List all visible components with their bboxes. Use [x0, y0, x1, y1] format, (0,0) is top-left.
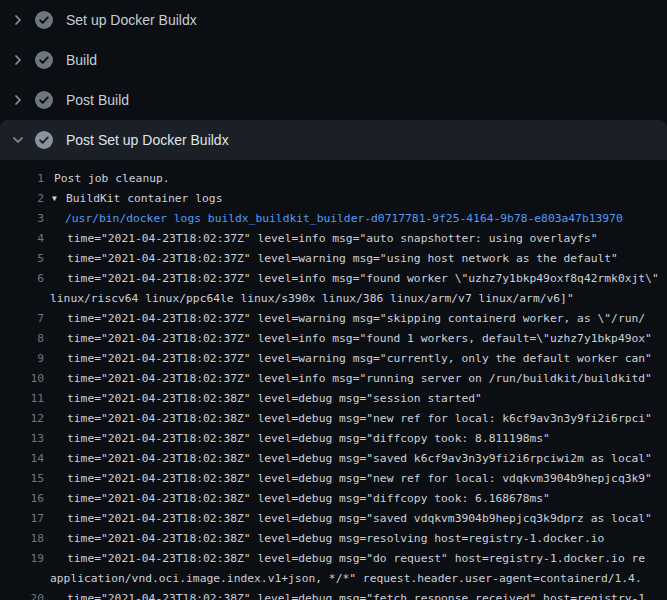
check-icon — [35, 131, 53, 149]
chevron-down-icon[interactable] — [10, 132, 26, 148]
chevron-right-icon[interactable] — [10, 52, 26, 68]
line-number — [0, 569, 44, 589]
log-group-title: BuildKit container logs — [66, 189, 222, 209]
log-line[interactable]: 12 time="2021-04-23T18:02:38Z" level=deb… — [0, 409, 667, 429]
log-text: time="2021-04-23T18:02:38Z" level=debug … — [44, 409, 652, 429]
log-line[interactable]: 8 time="2021-04-23T18:02:37Z" level=info… — [0, 329, 667, 349]
log-text: time="2021-04-23T18:02:37Z" level=warnin… — [44, 349, 652, 369]
log-text: time="2021-04-23T18:02:37Z" level=info m… — [44, 229, 598, 249]
log-text: linux/riscv64 linux/ppc64le linux/s390x … — [44, 289, 574, 309]
log-text: time="2021-04-23T18:02:38Z" level=debug … — [44, 429, 550, 449]
step-header-setup-docker-buildx[interactable]: Set up Docker Buildx — [0, 0, 667, 40]
check-icon — [35, 91, 53, 109]
log-line[interactable]: 10 time="2021-04-23T18:02:37Z" level=inf… — [0, 369, 667, 389]
line-number[interactable]: 9 — [0, 349, 44, 369]
step-label: Post Set up Docker Buildx — [66, 132, 229, 148]
chevron-right-icon[interactable] — [10, 12, 26, 28]
line-number[interactable]: 4 — [0, 229, 44, 249]
line-number[interactable]: 6 — [0, 269, 44, 289]
log-text: time="2021-04-23T18:02:37Z" level=warnin… — [44, 309, 645, 329]
line-number[interactable]: 18 — [0, 529, 44, 549]
log-line[interactable]: 11 time="2021-04-23T18:02:38Z" level=deb… — [0, 389, 667, 409]
log-line[interactable]: 1 Post job cleanup. — [0, 169, 667, 189]
step-label: Post Build — [66, 92, 129, 108]
step-header-post-setup-docker-buildx[interactable]: Post Set up Docker Buildx — [0, 120, 667, 160]
log-text: time="2021-04-23T18:02:38Z" level=debug … — [44, 509, 652, 529]
check-icon — [35, 11, 53, 29]
log-text: time="2021-04-23T18:02:37Z" level=warnin… — [44, 249, 618, 269]
log-line[interactable]: 9 time="2021-04-23T18:02:37Z" level=warn… — [0, 349, 667, 369]
log-line[interactable]: 6 time="2021-04-23T18:02:37Z" level=info… — [0, 269, 667, 289]
log-line[interactable]: 19 time="2021-04-23T18:02:38Z" level=deb… — [0, 549, 667, 569]
log-line-wrapped[interactable]: linux/riscv64 linux/ppc64le linux/s390x … — [0, 289, 667, 309]
line-number[interactable]: 12 — [0, 409, 44, 429]
log-text: time="2021-04-23T18:02:38Z" level=debug … — [44, 529, 604, 549]
line-number[interactable]: 20 — [0, 589, 44, 600]
log-line[interactable]: 13 time="2021-04-23T18:02:38Z" level=deb… — [0, 429, 667, 449]
step-label: Build — [66, 52, 97, 68]
line-number[interactable]: 17 — [0, 509, 44, 529]
log-line[interactable]: 17 time="2021-04-23T18:02:38Z" level=deb… — [0, 509, 667, 529]
log-text: time="2021-04-23T18:02:37Z" level=info m… — [44, 269, 659, 289]
step-header-post-build[interactable]: Post Build — [0, 80, 667, 120]
log-text: time="2021-04-23T18:02:38Z" level=debug … — [44, 469, 652, 489]
log-text: Post job cleanup. — [44, 169, 170, 189]
line-number[interactable]: 3 — [0, 209, 44, 229]
log-output: 1 Post job cleanup. 2 ▼ BuildKit contain… — [0, 160, 667, 600]
log-text: time="2021-04-23T18:02:38Z" level=debug … — [44, 489, 550, 509]
check-icon — [35, 51, 53, 69]
log-line[interactable]: 20 time="2021-04-23T18:02:38Z" level=deb… — [0, 589, 667, 600]
log-text: time="2021-04-23T18:02:38Z" level=debug … — [44, 549, 645, 569]
actions-log-viewer: Set up Docker Buildx Build Post Build Po… — [0, 0, 667, 600]
log-command-text: /usr/bin/docker logs buildx_buildkit_bui… — [44, 209, 623, 229]
line-number[interactable]: 11 — [0, 389, 44, 409]
log-line-wrapped[interactable]: application/vnd.oci.image.index.v1+json,… — [0, 569, 667, 589]
line-number[interactable]: 7 — [0, 309, 44, 329]
log-line[interactable]: 4 time="2021-04-23T18:02:37Z" level=info… — [0, 229, 667, 249]
log-text: application/vnd.oci.image.index.v1+json,… — [44, 569, 642, 589]
log-text: time="2021-04-23T18:02:38Z" level=debug … — [44, 449, 652, 469]
log-line[interactable]: 18 time="2021-04-23T18:02:38Z" level=deb… — [0, 529, 667, 549]
line-number[interactable]: 16 — [0, 489, 44, 509]
step-label: Set up Docker Buildx — [66, 12, 197, 28]
line-number[interactable]: 10 — [0, 369, 44, 389]
log-text: time="2021-04-23T18:02:37Z" level=info m… — [44, 369, 652, 389]
log-group-header[interactable]: 2 ▼ BuildKit container logs — [0, 189, 667, 209]
chevron-right-icon[interactable] — [10, 92, 26, 108]
log-command-line[interactable]: 3 /usr/bin/docker logs buildx_buildkit_b… — [0, 209, 667, 229]
log-text: time="2021-04-23T18:02:38Z" level=debug … — [44, 589, 645, 600]
log-line[interactable]: 14 time="2021-04-23T18:02:38Z" level=deb… — [0, 449, 667, 469]
step-header-build[interactable]: Build — [0, 40, 667, 80]
log-line[interactable]: 7 time="2021-04-23T18:02:37Z" level=warn… — [0, 309, 667, 329]
log-text: time="2021-04-23T18:02:38Z" level=debug … — [44, 389, 482, 409]
log-line[interactable]: 16 time="2021-04-23T18:02:38Z" level=deb… — [0, 489, 667, 509]
line-number[interactable]: 14 — [0, 449, 44, 469]
line-number[interactable]: 2 — [0, 189, 44, 209]
log-line[interactable]: 5 time="2021-04-23T18:02:37Z" level=warn… — [0, 249, 667, 269]
line-number[interactable]: 1 — [0, 169, 44, 189]
log-line[interactable]: 15 time="2021-04-23T18:02:38Z" level=deb… — [0, 469, 667, 489]
log-text: time="2021-04-23T18:02:37Z" level=info m… — [44, 329, 652, 349]
line-number[interactable]: 19 — [0, 549, 44, 569]
line-number — [0, 289, 44, 309]
group-collapse-triangle-icon[interactable]: ▼ — [52, 189, 66, 209]
line-number[interactable]: 13 — [0, 429, 44, 449]
line-number[interactable]: 15 — [0, 469, 44, 489]
line-number[interactable]: 5 — [0, 249, 44, 269]
line-number[interactable]: 8 — [0, 329, 44, 349]
